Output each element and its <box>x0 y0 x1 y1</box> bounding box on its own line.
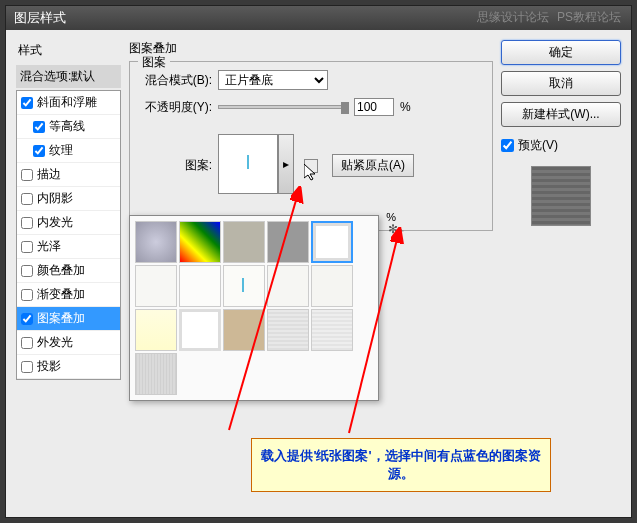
checkbox[interactable] <box>21 193 33 205</box>
pattern-item[interactable] <box>267 265 309 307</box>
preview-swatch <box>531 166 591 226</box>
opacity-input[interactable] <box>354 98 394 116</box>
action-panel: 确定 取消 新建样式(W)... 预览(V) <box>501 40 621 507</box>
opacity-slider[interactable] <box>218 105 348 109</box>
pattern-swatch[interactable] <box>218 134 278 194</box>
window-title: 图层样式 <box>14 9 623 27</box>
preview-label: 预览(V) <box>518 137 558 154</box>
settings-panel: 图案叠加 图案 混合模式(B): 正片叠底 不透明度(Y): % 图案: <box>129 40 493 507</box>
group-label: 图案 <box>138 54 170 71</box>
checkbox[interactable] <box>21 337 33 349</box>
style-item-drop-shadow[interactable]: 投影 <box>17 355 120 379</box>
snap-origin-button[interactable]: 贴紧原点(A) <box>332 154 414 177</box>
pattern-item[interactable] <box>223 309 265 351</box>
pattern-picker-popup: % ✻₊ <box>129 215 379 401</box>
style-item-satin[interactable]: 光泽 <box>17 235 120 259</box>
style-item-inner-shadow[interactable]: 内阴影 <box>17 187 120 211</box>
slider-thumb[interactable] <box>341 102 349 114</box>
style-item-stroke[interactable]: 描边 <box>17 163 120 187</box>
pattern-group: 图案 混合模式(B): 正片叠底 不透明度(Y): % 图案: <box>129 61 493 231</box>
pattern-item[interactable] <box>135 353 177 395</box>
checkbox[interactable] <box>21 289 33 301</box>
checkbox[interactable] <box>33 145 45 157</box>
styles-sidebar: 样式 混合选项:默认 斜面和浮雕 等高线 纹理 描边 内阴影 内发光 光泽 颜色… <box>16 40 121 507</box>
checkbox[interactable] <box>21 169 33 181</box>
pattern-item[interactable] <box>311 265 353 307</box>
section-title: 图案叠加 <box>129 40 493 57</box>
pattern-item[interactable] <box>311 309 353 351</box>
style-list: 斜面和浮雕 等高线 纹理 描边 内阴影 内发光 光泽 颜色叠加 渐变叠加 图案叠… <box>16 90 121 380</box>
annotation-callout: 载入提供'纸张图案'，选择中间有点蓝色的图案资源。 <box>251 438 551 492</box>
style-item-color-overlay[interactable]: 颜色叠加 <box>17 259 120 283</box>
gear-icon[interactable]: ✻₊ <box>388 222 402 236</box>
style-item-bevel[interactable]: 斜面和浮雕 <box>17 91 120 115</box>
pattern-item[interactable] <box>267 309 309 351</box>
pattern-item[interactable] <box>267 221 309 263</box>
checkbox[interactable] <box>21 361 33 373</box>
pattern-grid <box>135 221 373 395</box>
opacity-label: 不透明度(Y): <box>140 99 212 116</box>
style-item-gradient-overlay[interactable]: 渐变叠加 <box>17 283 120 307</box>
style-item-pattern-overlay[interactable]: 图案叠加 <box>17 307 120 331</box>
pattern-item[interactable] <box>135 265 177 307</box>
ok-button[interactable]: 确定 <box>501 40 621 65</box>
pattern-item[interactable] <box>223 265 265 307</box>
pattern-dropdown-arrow[interactable]: ▸ <box>278 134 294 194</box>
blend-mode-label: 混合模式(B): <box>140 72 212 89</box>
pattern-item[interactable] <box>179 265 221 307</box>
checkbox[interactable] <box>21 97 33 109</box>
titlebar[interactable]: 图层样式 <box>6 6 631 30</box>
new-style-button[interactable]: 新建样式(W)... <box>501 102 621 127</box>
pattern-item[interactable] <box>223 221 265 263</box>
pattern-label: 图案: <box>140 157 212 174</box>
style-item-texture[interactable]: 纹理 <box>17 139 120 163</box>
pattern-item[interactable] <box>179 221 221 263</box>
cancel-button[interactable]: 取消 <box>501 71 621 96</box>
pattern-item[interactable] <box>135 309 177 351</box>
layer-style-dialog: 图层样式 思缘设计论坛PS教程论坛 样式 混合选项:默认 斜面和浮雕 等高线 纹… <box>5 5 632 518</box>
pattern-item-selected[interactable] <box>311 221 353 263</box>
checkbox[interactable] <box>33 121 45 133</box>
style-item-inner-glow[interactable]: 内发光 <box>17 211 120 235</box>
checkbox[interactable] <box>21 217 33 229</box>
blend-options-default[interactable]: 混合选项:默认 <box>16 65 121 88</box>
blend-mode-select[interactable]: 正片叠底 <box>218 70 328 90</box>
styles-header: 样式 <box>16 40 121 61</box>
style-item-contour[interactable]: 等高线 <box>17 115 120 139</box>
opacity-unit: % <box>400 100 411 114</box>
preview-toggle[interactable]: 预览(V) <box>501 137 621 154</box>
checkbox[interactable] <box>21 265 33 277</box>
preview-checkbox[interactable] <box>501 139 514 152</box>
pattern-item[interactable] <box>135 221 177 263</box>
checkbox[interactable] <box>21 313 33 325</box>
style-item-outer-glow[interactable]: 外发光 <box>17 331 120 355</box>
pattern-item[interactable] <box>179 309 221 351</box>
new-preset-icon[interactable] <box>304 159 318 173</box>
checkbox[interactable] <box>21 241 33 253</box>
